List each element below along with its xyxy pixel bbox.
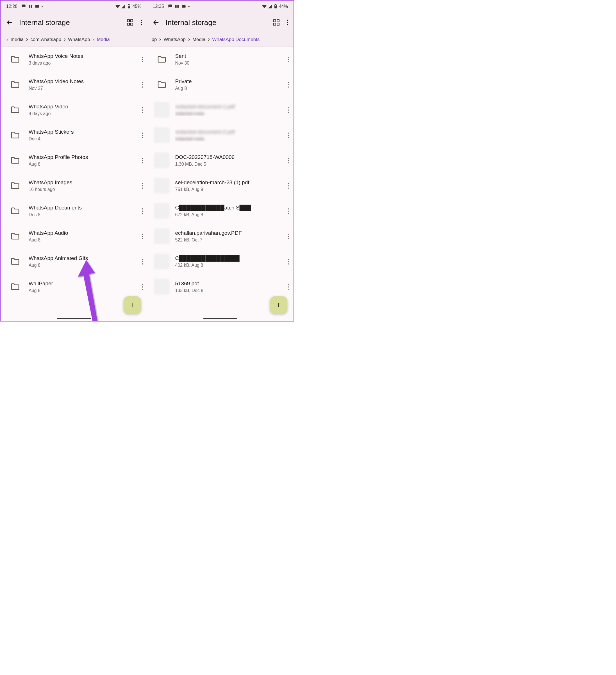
row-menu-button[interactable] (288, 284, 290, 290)
row-menu-button[interactable] (288, 157, 290, 163)
back-button[interactable] (152, 18, 160, 26)
row-menu-button[interactable] (142, 208, 143, 214)
nav-handle[interactable] (203, 318, 237, 319)
svg-point-28 (142, 183, 143, 184)
file-name: sel-decelation-march-23 (1).pdf (175, 179, 285, 186)
row-menu-button[interactable] (288, 208, 290, 214)
svg-point-63 (288, 109, 289, 110)
row-menu-button[interactable] (288, 233, 290, 239)
file-meta: Aug 8 (29, 288, 138, 293)
svg-point-82 (288, 264, 289, 265)
breadcrumb-item[interactable]: pp (151, 37, 157, 43)
breadcrumb-item[interactable]: WhatsApp (163, 37, 186, 43)
file-list[interactable]: SentNov 30PrivateAug 8redacted-document-… (147, 47, 294, 321)
file-row[interactable]: C████████████████402 kB, Aug 8 (147, 249, 294, 274)
row-menu-button[interactable] (142, 56, 143, 62)
folder-row[interactable]: WhatsApp Video4 days ago (1, 97, 147, 123)
battery-percent: 45% (132, 4, 141, 9)
fab-add-button[interactable]: + (124, 296, 141, 314)
breadcrumb-item[interactable]: WhatsApp (67, 37, 90, 43)
breadcrumb-item[interactable]: media (10, 37, 24, 43)
status-bar: 12:35 44% (147, 1, 294, 12)
file-name: WhatsApp Documents (29, 205, 138, 211)
svg-point-72 (288, 185, 289, 186)
app-bar: Internal storage (147, 12, 294, 32)
file-name: WhatsApp Voice Notes (29, 53, 138, 60)
folder-row[interactable]: WallPaperAug 8 (1, 274, 147, 299)
overflow-menu-button[interactable] (140, 19, 142, 26)
row-menu-button[interactable] (288, 81, 290, 88)
folder-row[interactable]: WhatsApp Animated GifsAug 8 (1, 249, 147, 274)
svg-point-16 (142, 82, 143, 83)
row-menu-button[interactable] (142, 81, 143, 88)
file-row[interactable]: redacted-document-1.pdfredacted-meta (147, 97, 294, 123)
folder-row[interactable]: SentNov 30 (147, 47, 294, 72)
file-row[interactable]: 51369.pdf133 kB, Dec 8 (147, 274, 294, 299)
folder-row[interactable]: WhatsApp Video NotesNov 27 (1, 72, 147, 97)
folder-row[interactable]: WhatsApp DocumentsDec 8 (1, 198, 147, 224)
grid-view-button[interactable] (273, 19, 280, 26)
svg-point-10 (140, 20, 142, 21)
row-menu-button[interactable] (288, 258, 290, 265)
file-list[interactable]: WhatsApp Voice Notes3 days agoWhatsApp V… (1, 47, 147, 321)
row-menu-button[interactable] (142, 107, 143, 113)
file-row[interactable]: redacted-document-2.pdfredacted-meta (147, 123, 294, 148)
svg-point-65 (288, 133, 289, 134)
row-menu-button[interactable] (288, 182, 290, 189)
row-menu-button[interactable] (142, 157, 143, 163)
breadcrumb-item[interactable]: Media (96, 37, 110, 43)
svg-point-42 (142, 289, 143, 290)
breadcrumb-item[interactable]: Media (192, 37, 206, 43)
svg-point-33 (142, 213, 143, 214)
file-name: Private (175, 78, 285, 85)
svg-point-37 (142, 259, 143, 260)
folder-icon (8, 77, 22, 92)
row-menu-button[interactable] (288, 56, 290, 62)
svg-point-55 (287, 24, 288, 25)
overflow-menu-button[interactable] (287, 19, 288, 26)
svg-point-76 (288, 213, 289, 214)
breadcrumb-item[interactable]: WhatsApp Documents (211, 37, 260, 43)
folder-icon (154, 77, 169, 92)
grid-view-button[interactable] (126, 19, 134, 26)
chevron-right-icon (186, 38, 192, 42)
svg-point-40 (142, 284, 143, 285)
svg-rect-50 (277, 20, 279, 22)
plus-icon: + (130, 300, 135, 310)
row-menu-button[interactable] (142, 132, 143, 138)
file-meta: 133 kB, Dec 8 (175, 288, 285, 293)
svg-rect-1 (30, 5, 32, 8)
breadcrumb: mediacom.whatsappWhatsAppMedia (1, 32, 147, 47)
folder-row[interactable]: WhatsApp Profile PhotosAug 8 (1, 148, 147, 173)
svg-point-15 (142, 61, 143, 62)
file-row[interactable]: C████████████atch S███672 kB, Aug 8 (147, 198, 294, 224)
back-button[interactable] (6, 18, 13, 26)
folder-row[interactable]: WhatsApp AudioAug 8 (1, 224, 147, 249)
chevron-right-icon (62, 38, 67, 42)
svg-point-26 (142, 160, 143, 161)
row-menu-button[interactable] (288, 132, 290, 138)
folder-row[interactable]: PrivateAug 8 (147, 72, 294, 97)
nav-handle[interactable] (57, 318, 91, 319)
breadcrumb-item[interactable]: com.whatsapp (30, 37, 62, 43)
row-menu-button[interactable] (142, 182, 143, 189)
row-menu-button[interactable] (142, 284, 143, 290)
file-row[interactable]: DOC-20230718-WA00061.30 MB, Dec 5 (147, 148, 294, 173)
fab-add-button[interactable]: + (270, 296, 287, 314)
file-meta: Aug 8 (29, 237, 138, 243)
row-menu-button[interactable] (142, 233, 143, 239)
svg-point-53 (287, 20, 288, 21)
svg-point-32 (142, 211, 143, 212)
svg-point-67 (288, 137, 289, 138)
row-menu-button[interactable] (142, 258, 143, 265)
file-row[interactable]: echallan.parivahan.gov.PDF522 kB, Oct 7 (147, 224, 294, 249)
row-menu-button[interactable] (288, 107, 290, 113)
folder-row[interactable]: WhatsApp Voice Notes3 days ago (1, 47, 147, 72)
svg-point-64 (288, 112, 289, 113)
folder-row[interactable]: WhatsApp Images16 hours ago (1, 173, 147, 198)
folder-icon (8, 52, 22, 67)
chevron-right-icon (206, 38, 211, 42)
file-row[interactable]: sel-decelation-march-23 (1).pdf751 kB, A… (147, 173, 294, 198)
folder-row[interactable]: WhatsApp StickersDec 4 (1, 123, 147, 148)
file-meta: Dec 4 (29, 137, 138, 142)
